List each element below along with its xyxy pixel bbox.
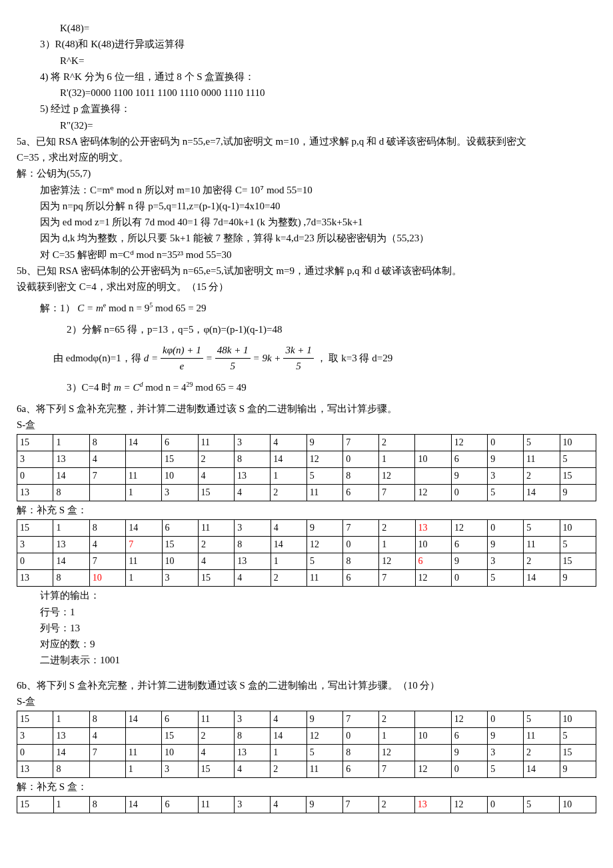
table-cell: 12 xyxy=(415,485,451,501)
table-cell: 1 xyxy=(271,468,306,485)
table-cell: 0 xyxy=(451,485,487,501)
text: R^K= xyxy=(17,53,596,69)
table-cell: 0 xyxy=(451,570,487,587)
equation-2: 由 edmodφ(n)=1，得 d = kφ(n) + 1e = 48k + 1… xyxy=(53,343,596,375)
table-cell: 9 xyxy=(451,553,487,570)
table-cell: 6 xyxy=(451,451,487,468)
table-cell: 6 xyxy=(451,728,487,745)
table-cell: 12 xyxy=(415,761,451,778)
table-cell: 4 xyxy=(89,537,125,553)
table-cell: 1 xyxy=(271,745,306,761)
table-cell: 10 xyxy=(89,570,125,587)
table-cell: 8 xyxy=(343,468,379,485)
table-cell: 8 xyxy=(89,520,125,537)
table-cell: 3 xyxy=(17,728,53,745)
table-cell: 14 xyxy=(271,728,306,745)
table-cell: 4 xyxy=(271,711,306,728)
table-cell: 1 xyxy=(53,435,89,451)
table-cell: 3 xyxy=(235,797,271,813)
table-cell: 4 xyxy=(234,761,270,778)
table-cell: 12 xyxy=(379,468,415,485)
problem-6b: 6b、将下列 S 盒补充完整，并计算二进制数通过该 S 盒的二进制输出，写出计算… xyxy=(17,678,596,693)
solution-label: 解：补充 S 盒： xyxy=(17,503,596,518)
table-cell: 0 xyxy=(343,728,379,745)
table-cell: 5 xyxy=(488,761,524,778)
problem-6a: 6a、将下列 S 盒补充完整，并计算二进制数通过该 S 盒的二进制输出，写出计算… xyxy=(17,401,596,417)
text: 因为 n=pq 所以分解 n 得 p=5,q=11,z=(p-1)(q-1)=4… xyxy=(17,199,596,214)
equation-3: 3）C=4 时 m = Cd mod n = 429 mod 65 = 49 xyxy=(67,379,596,395)
table-cell: 1 xyxy=(125,761,161,778)
table-cell: 7 xyxy=(89,468,125,485)
table-cell: 7 xyxy=(126,537,162,553)
table-cell xyxy=(415,745,451,761)
table-cell: 11 xyxy=(198,520,234,537)
table-cell: 13 xyxy=(235,553,271,570)
table-cell: 1 xyxy=(125,485,161,501)
table-cell: 3 xyxy=(162,570,198,587)
table-cell: 13 xyxy=(53,451,89,468)
sbox-label: S-盒 xyxy=(17,694,596,709)
table-cell: 15 xyxy=(17,435,53,451)
text: 对应的数：9 xyxy=(17,637,596,652)
table-cell: 6 xyxy=(343,570,379,587)
table-cell: 2 xyxy=(198,728,234,745)
text: 行号：1 xyxy=(17,605,596,620)
table-cell: 5 xyxy=(306,745,342,761)
table-cell: 14 xyxy=(125,797,162,813)
table-cell: 9 xyxy=(306,711,342,728)
table-cell: 5 xyxy=(524,711,560,728)
table-cell: 3 xyxy=(162,761,198,778)
table-cell: 15 xyxy=(560,745,596,761)
table-cell: 8 xyxy=(53,485,89,501)
solution-label: 解：补充 S 盒： xyxy=(17,779,596,795)
text: 计算的输出： xyxy=(17,588,596,603)
table-cell: 2 xyxy=(198,451,234,468)
table-cell: 1 xyxy=(53,711,89,728)
table-cell: 1 xyxy=(271,553,306,570)
table-cell: 6 xyxy=(415,553,451,570)
table-cell: 0 xyxy=(17,553,53,570)
table-cell: 3 xyxy=(235,520,271,537)
table-cell: 8 xyxy=(234,728,270,745)
table-cell: 4 xyxy=(271,520,306,537)
table-cell: 9 xyxy=(451,468,487,485)
table-cell: 2 xyxy=(379,711,415,728)
table-cell: 6 xyxy=(343,485,379,501)
table-cell: 9 xyxy=(560,485,596,501)
table-cell: 14 xyxy=(524,485,560,501)
table-cell: 15 xyxy=(198,570,234,587)
sbox-label: S-盒 xyxy=(17,417,596,433)
table-cell: 4 xyxy=(198,468,234,485)
table-cell xyxy=(415,435,451,451)
table-cell: 6 xyxy=(162,435,198,451)
table-cell: 7 xyxy=(342,797,378,813)
table-cell: 9 xyxy=(488,537,524,553)
table-cell: 15 xyxy=(198,761,234,778)
table-cell: 7 xyxy=(89,553,125,570)
table-cell: 14 xyxy=(271,537,306,553)
table-cell: 11 xyxy=(307,570,343,587)
table-cell: 4 xyxy=(234,485,270,501)
text: 列号：13 xyxy=(17,621,596,636)
text: 因为 d,k 均为整数，所以只要 5k+1 能被 7 整除，算得 k=4,d=2… xyxy=(17,231,596,246)
table-cell xyxy=(125,728,161,745)
table-cell: 9 xyxy=(560,761,596,778)
table-cell: 14 xyxy=(53,553,89,570)
table-cell: 10 xyxy=(560,711,596,728)
table-cell: 15 xyxy=(17,797,54,813)
table-cell: 9 xyxy=(306,435,342,451)
text: 3）R(48)和 K(48)进行异或运算得 xyxy=(17,37,596,52)
table-cell: 15 xyxy=(560,468,596,485)
table-cell: 5 xyxy=(524,797,560,813)
table-cell: 7 xyxy=(343,520,379,537)
table-cell: 4 xyxy=(235,570,271,587)
table-cell: 13 xyxy=(53,537,89,553)
table-cell: 0 xyxy=(451,761,487,778)
table-cell: 12 xyxy=(451,520,487,537)
table-cell: 0 xyxy=(488,797,524,813)
table-cell: 15 xyxy=(17,520,53,537)
table-cell: 11 xyxy=(125,745,161,761)
table-cell: 6 xyxy=(162,797,198,813)
table-cell: 15 xyxy=(17,711,53,728)
table-cell: 10 xyxy=(560,435,596,451)
